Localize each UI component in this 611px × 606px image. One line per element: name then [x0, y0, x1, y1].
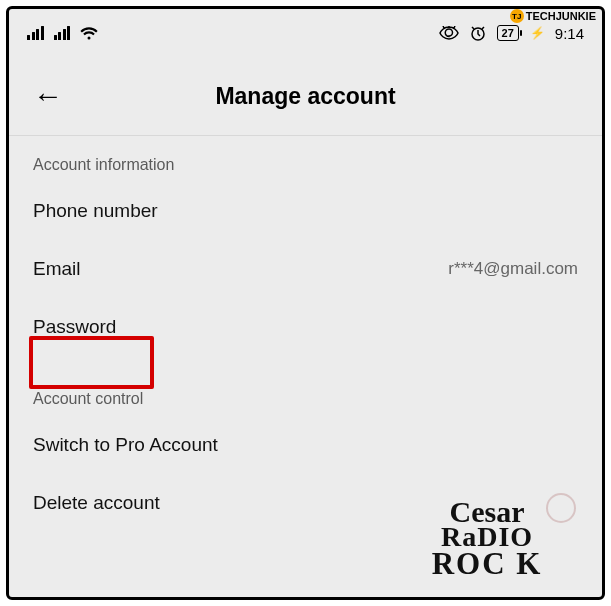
techjunkie-watermark: TJ TECHJUNKIE: [510, 9, 596, 23]
titlebar: ← Manage account: [9, 53, 602, 135]
device-frame: TJ TECHJUNKIE 27 ⚡ 9:1: [6, 6, 605, 600]
back-arrow-icon[interactable]: ←: [33, 81, 63, 111]
status-right: 27 ⚡ 9:14: [439, 24, 584, 42]
wifi-icon: [80, 26, 98, 40]
charging-icon: ⚡: [530, 26, 545, 40]
status-left: [27, 26, 98, 40]
row-email[interactable]: Email r***4@gmail.com: [9, 240, 602, 298]
clock: 9:14: [555, 25, 584, 42]
techjunkie-icon: TJ: [510, 9, 524, 23]
alarm-icon: [469, 24, 487, 42]
row-label: Email: [33, 258, 81, 280]
row-label: Switch to Pro Account: [33, 434, 218, 456]
watermark-line3: ROC K: [432, 550, 543, 577]
email-value: r***4@gmail.com: [448, 259, 578, 279]
signal-2-icon: [54, 26, 71, 40]
row-label: Password: [33, 316, 116, 338]
page-title: Manage account: [9, 83, 602, 110]
eye-icon: [439, 26, 459, 40]
section-account-information: Account information: [9, 136, 602, 182]
row-delete-account[interactable]: Delete account: [9, 474, 602, 532]
techjunkie-text: TECHJUNKIE: [526, 10, 596, 22]
signal-1-icon: [27, 26, 44, 40]
battery-level: 27: [502, 27, 514, 39]
battery-indicator: 27: [497, 25, 519, 41]
row-switch-pro[interactable]: Switch to Pro Account: [9, 416, 602, 474]
row-password[interactable]: Password: [9, 298, 602, 356]
row-phone-number[interactable]: Phone number: [9, 182, 602, 240]
row-label: Phone number: [33, 200, 158, 222]
row-label: Delete account: [33, 492, 160, 514]
section-account-control: Account control: [9, 356, 602, 416]
